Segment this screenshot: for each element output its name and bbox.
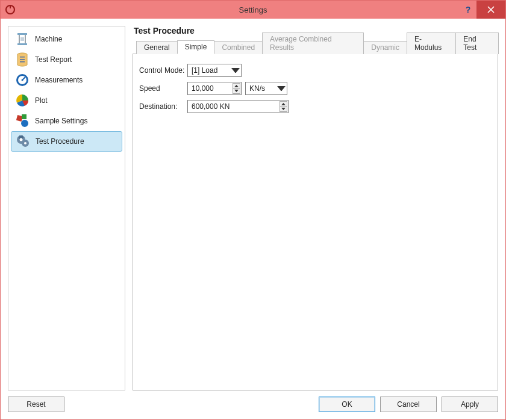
destination-label: Destination: bbox=[139, 102, 187, 111]
svg-rect-8 bbox=[20, 59, 25, 60]
content-pane: Test Procedure General Simple Combined A… bbox=[133, 26, 498, 391]
report-icon bbox=[14, 52, 30, 67]
sidebar-item-label: Measurements bbox=[35, 76, 83, 84]
ok-button[interactable]: OK bbox=[319, 397, 375, 412]
svg-rect-9 bbox=[20, 61, 25, 63]
sidebar-item-machine[interactable]: Machine bbox=[11, 29, 122, 49]
spin-down-icon[interactable] bbox=[233, 88, 240, 94]
svg-point-18 bbox=[20, 138, 23, 141]
reset-button[interactable]: Reset bbox=[8, 397, 64, 412]
svg-rect-3 bbox=[17, 43, 27, 45]
sidebar-item-test-report[interactable]: Test Report bbox=[11, 49, 122, 70]
client-area: Machine Test Report Measurements bbox=[1, 19, 505, 419]
svg-rect-7 bbox=[20, 57, 25, 58]
svg-point-14 bbox=[21, 120, 28, 127]
measurements-icon bbox=[14, 72, 30, 88]
speed-spin-buttons[interactable] bbox=[233, 83, 240, 94]
sidebar-item-measurements[interactable]: Measurements bbox=[11, 70, 122, 90]
tab-general[interactable]: General bbox=[136, 41, 178, 54]
svg-rect-1 bbox=[10, 5, 11, 8]
footer: Reset OK Cancel Apply bbox=[8, 395, 498, 413]
svg-point-12 bbox=[22, 79, 23, 81]
speed-value: 10,000 bbox=[192, 84, 214, 93]
svg-rect-5 bbox=[25, 35, 26, 43]
titlebar: Settings ? bbox=[1, 1, 505, 19]
tab-e-modulus[interactable]: E-Modulus bbox=[407, 32, 456, 54]
control-mode-value: [1] Load bbox=[192, 66, 217, 75]
tab-dynamic[interactable]: Dynamic bbox=[363, 41, 407, 54]
control-mode-combo[interactable]: [1] Load bbox=[187, 64, 242, 77]
close-icon bbox=[487, 6, 495, 13]
sidebar: Machine Test Report Measurements bbox=[8, 26, 125, 391]
tab-end-test[interactable]: End Test bbox=[455, 32, 499, 54]
tabpage-simple: Control Mode: [1] Load Speed 10,000 bbox=[133, 54, 498, 391]
apply-button[interactable]: Apply bbox=[442, 397, 498, 412]
destination-input[interactable]: 600,000 KN bbox=[187, 100, 289, 113]
svg-rect-2 bbox=[17, 33, 27, 35]
speed-label: Speed bbox=[139, 84, 187, 93]
spin-up-icon[interactable] bbox=[280, 101, 287, 107]
speed-unit-value: KN/s bbox=[249, 84, 265, 93]
sidebar-item-label: Test Report bbox=[35, 55, 72, 64]
destination-value: 600,000 KN bbox=[192, 102, 230, 111]
cancel-button[interactable]: Cancel bbox=[380, 397, 437, 412]
svg-rect-15 bbox=[22, 114, 27, 119]
tab-combined[interactable]: Combined bbox=[214, 41, 263, 54]
control-mode-label: Control Mode: bbox=[139, 66, 187, 75]
tab-simple[interactable]: Simple bbox=[177, 40, 215, 54]
sidebar-item-test-procedure[interactable]: Test Procedure bbox=[11, 131, 122, 152]
svg-rect-4 bbox=[19, 35, 20, 43]
spin-up-icon[interactable] bbox=[233, 83, 240, 88]
speed-unit-combo[interactable]: KN/s bbox=[245, 82, 287, 95]
close-button[interactable] bbox=[476, 1, 505, 19]
chevron-down-icon bbox=[277, 84, 286, 93]
settings-window: Settings ? Machine bbox=[0, 0, 506, 420]
app-icon bbox=[4, 4, 16, 16]
destination-spin-buttons[interactable] bbox=[280, 101, 287, 112]
svg-point-19 bbox=[24, 142, 27, 144]
tabstrip: General Simple Combined Average Combined… bbox=[133, 39, 498, 54]
spin-down-icon[interactable] bbox=[280, 107, 287, 113]
tab-average-combined-results[interactable]: Average Combined Results bbox=[262, 32, 364, 54]
sidebar-item-sample-settings[interactable]: Sample Settings bbox=[11, 111, 122, 131]
sample-settings-icon bbox=[14, 113, 30, 129]
svg-rect-6 bbox=[20, 37, 24, 41]
machine-icon bbox=[14, 31, 30, 47]
chevron-down-icon bbox=[231, 66, 240, 75]
window-title: Settings bbox=[1, 5, 505, 14]
main-area: Machine Test Report Measurements bbox=[8, 26, 498, 391]
sidebar-item-label: Test Procedure bbox=[36, 137, 84, 146]
help-button[interactable]: ? bbox=[460, 1, 476, 19]
speed-input[interactable]: 10,000 bbox=[187, 82, 242, 95]
plot-icon bbox=[14, 93, 30, 108]
test-procedure-icon bbox=[15, 134, 31, 149]
sidebar-item-label: Sample Settings bbox=[35, 117, 87, 125]
sidebar-item-plot[interactable]: Plot bbox=[11, 90, 122, 111]
sidebar-item-label: Plot bbox=[35, 96, 48, 105]
sidebar-item-label: Machine bbox=[35, 35, 62, 43]
